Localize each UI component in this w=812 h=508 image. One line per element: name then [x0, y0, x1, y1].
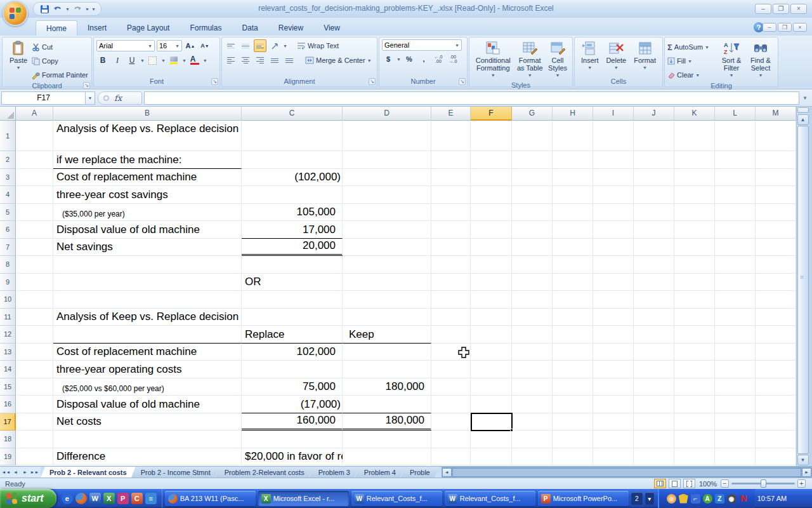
- cell-C9[interactable]: OR: [242, 274, 343, 291]
- horizontal-scroll-track[interactable]: [452, 468, 801, 477]
- cell-J10[interactable]: [634, 291, 674, 309]
- cell-C15[interactable]: 75,000: [242, 378, 343, 396]
- cell-B6[interactable]: Disposal value of old machine: [53, 221, 242, 239]
- cell-B9[interactable]: [53, 274, 242, 291]
- column-header-I[interactable]: I: [593, 107, 634, 121]
- cell-J5[interactable]: [634, 204, 674, 222]
- cell-B15[interactable]: ($25,000 vs $60,000 per year): [53, 378, 242, 396]
- z-app-tray-icon[interactable]: Z: [715, 494, 724, 504]
- cell-F13[interactable]: [471, 344, 512, 361]
- cell-G12[interactable]: [512, 326, 553, 344]
- row-header-16[interactable]: 16: [0, 396, 16, 413]
- cell-D14[interactable]: [343, 361, 431, 378]
- cell-I5[interactable]: [593, 204, 634, 222]
- formula-input[interactable]: [144, 91, 799, 105]
- cell-H15[interactable]: [553, 378, 593, 396]
- alignment-dialog-launcher[interactable]: ↘: [369, 78, 376, 85]
- bold-button[interactable]: B: [96, 54, 109, 67]
- delete-cells-button[interactable]: Delete ▼: [603, 39, 629, 77]
- word-icon[interactable]: W: [89, 493, 101, 504]
- cell-C14[interactable]: [242, 361, 343, 378]
- active-cell-selection[interactable]: [471, 413, 513, 431]
- cell-A6[interactable]: [16, 221, 53, 239]
- cell-A5[interactable]: [16, 204, 53, 222]
- cell-C10[interactable]: [242, 291, 343, 309]
- cell-F15[interactable]: [471, 378, 512, 396]
- cell-G13[interactable]: [512, 344, 553, 361]
- cell-E11[interactable]: [431, 309, 471, 326]
- row-header-4[interactable]: 4: [0, 186, 16, 204]
- cell-B19[interactable]: Difference: [53, 448, 242, 466]
- align-center-button[interactable]: [239, 54, 252, 67]
- taskbar-button-1[interactable]: BA 213 W11 (Pasc...: [165, 491, 256, 506]
- cell-J18[interactable]: [634, 431, 674, 448]
- cell-K4[interactable]: [674, 186, 715, 204]
- cell-M7[interactable]: [756, 239, 796, 257]
- scroll-right-button[interactable]: ►: [802, 468, 811, 477]
- scroll-down-button[interactable]: ▼: [797, 455, 809, 465]
- cell-A15[interactable]: [16, 378, 53, 396]
- toolbar-chevron-button[interactable]: ▾: [645, 492, 654, 505]
- cell-G17[interactable]: [512, 413, 553, 431]
- cell-K9[interactable]: [674, 274, 715, 291]
- cell-F12[interactable]: [471, 326, 512, 344]
- taskbar-button-2[interactable]: XMicrosoft Excel - r...: [258, 491, 349, 506]
- align-bottom-button[interactable]: [254, 39, 266, 52]
- font-color-button[interactable]: A: [188, 54, 201, 67]
- cell-E4[interactable]: [431, 186, 471, 204]
- underline-dropdown[interactable]: ▼: [140, 58, 145, 63]
- cell-F2[interactable]: [471, 151, 512, 169]
- cell-B13[interactable]: Cost of replacement machine: [53, 344, 242, 361]
- cell-F3[interactable]: [471, 169, 512, 187]
- cell-E15[interactable]: [431, 378, 471, 396]
- row-header-12[interactable]: 12: [0, 326, 16, 344]
- percent-style-button[interactable]: %: [403, 53, 416, 65]
- sheet-tab-5[interactable]: Problem 4: [355, 467, 405, 478]
- cell-B18[interactable]: [53, 431, 242, 448]
- cell-G19[interactable]: [512, 448, 553, 466]
- cell-H10[interactable]: [553, 291, 593, 309]
- paste-button[interactable]: Paste ▼: [5, 39, 32, 81]
- cell-C19[interactable]: $20,000 in favor of replacement: [242, 448, 343, 466]
- cell-B10[interactable]: [53, 291, 242, 309]
- cell-G15[interactable]: [512, 378, 553, 396]
- vertical-scrollbar[interactable]: ▲ ▼: [796, 107, 809, 466]
- tab-insert[interactable]: Insert: [77, 20, 117, 36]
- novell-tray-icon[interactable]: N: [739, 494, 749, 504]
- cell-I13[interactable]: [593, 344, 634, 361]
- cell-D19[interactable]: [343, 448, 431, 466]
- cell-G3[interactable]: [512, 169, 553, 187]
- pink-app-icon[interactable]: P: [117, 493, 129, 504]
- cell-A2[interactable]: [16, 151, 53, 169]
- cut-button[interactable]: Cut: [32, 41, 88, 53]
- cell-L13[interactable]: [715, 344, 756, 361]
- fill-color-button[interactable]: [167, 54, 180, 67]
- cell-L5[interactable]: [715, 204, 756, 222]
- cell-D2[interactable]: [343, 151, 431, 169]
- cell-L6[interactable]: [715, 221, 756, 239]
- cell-F10[interactable]: [471, 291, 512, 309]
- cell-E18[interactable]: [431, 431, 471, 448]
- row-header-13[interactable]: 13: [0, 344, 16, 361]
- row-header-8[interactable]: 8: [0, 256, 16, 274]
- cell-A1[interactable]: [16, 121, 53, 151]
- explorer-icon[interactable]: ≡: [145, 493, 157, 504]
- cell-I18[interactable]: [593, 431, 634, 448]
- cell-F6[interactable]: [471, 221, 512, 239]
- cell-J6[interactable]: [634, 221, 674, 239]
- select-all-button[interactable]: [0, 107, 16, 121]
- cell-G2[interactable]: [512, 151, 553, 169]
- format-cells-button[interactable]: Format ▼: [631, 39, 658, 77]
- borders-button[interactable]: [147, 54, 159, 67]
- row-header-14[interactable]: 14: [0, 361, 16, 378]
- decrease-indent-button[interactable]: [268, 54, 281, 67]
- excel-icon[interactable]: X: [103, 493, 115, 504]
- cell-I6[interactable]: [593, 221, 634, 239]
- cell-F14[interactable]: [471, 361, 512, 378]
- align-middle-button[interactable]: [239, 39, 252, 52]
- cell-F11[interactable]: [471, 309, 512, 326]
- powerpoint-icon[interactable]: C: [131, 493, 143, 504]
- cell-H5[interactable]: [553, 204, 593, 222]
- expand-formula-bar-button[interactable]: ▼: [799, 91, 811, 105]
- cell-K13[interactable]: [674, 344, 715, 361]
